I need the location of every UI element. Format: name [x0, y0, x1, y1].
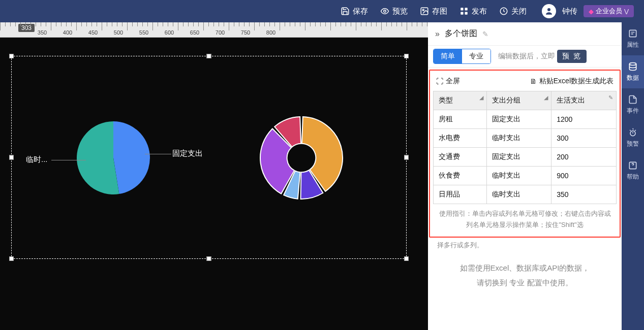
svg-rect-5 — [461, 12, 463, 15]
cell[interactable]: 300 — [551, 129, 617, 148]
table-row[interactable]: 日用品临时支出350 — [434, 185, 617, 204]
svg-point-10 — [629, 63, 636, 65]
top-bar: 保存 预览 存图 发布 关闭 钟传 ◆ 企业会员 ⋁ — [0, 0, 644, 22]
save-image-label: 存图 — [432, 7, 447, 16]
pie-slice — [77, 121, 119, 194]
pro-hint: 如需使用Excel、数据库或API的数据， 请切换到 专业 配置中使用。 — [428, 253, 622, 298]
leader-line-right — [145, 154, 171, 154]
svg-rect-3 — [461, 8, 463, 10]
cell[interactable]: 200 — [551, 148, 617, 167]
table-row[interactable]: 水电费临时支出300 — [434, 129, 617, 148]
member-label: 企业会员 — [596, 7, 622, 16]
publish-button[interactable]: 发布 — [453, 7, 493, 16]
user-menu[interactable]: 钟传 ◆ 企业会员 ⋁ — [533, 4, 640, 18]
username-label: 钟传 — [562, 7, 577, 16]
resize-handle-tm[interactable] — [207, 54, 211, 58]
save-image-button[interactable]: 存图 — [414, 7, 453, 16]
edit-title-icon[interactable]: ✎ — [482, 30, 488, 38]
svg-point-8 — [547, 8, 550, 11]
collapse-icon[interactable]: » — [435, 29, 440, 39]
resize-handle-br[interactable] — [404, 256, 409, 261]
preview-button[interactable]: 预览 — [374, 7, 414, 16]
data-editor-region: ⛶ 全屏 🗎 粘贴Excel数据生成此表 类型◢支出分组◢生活支出✎ 房租固定支… — [429, 70, 621, 238]
svg-point-2 — [422, 9, 424, 11]
rail-data[interactable]: 数据 — [622, 55, 644, 88]
pie-chart-groups — [73, 117, 154, 199]
rail-properties[interactable]: 属性 — [622, 22, 644, 55]
tab-simple[interactable]: 简单 — [434, 49, 462, 63]
close-label: 关闭 — [511, 7, 527, 16]
diamond-icon: ◆ — [589, 8, 594, 15]
publish-label: 发布 — [472, 7, 487, 16]
right-rail: 属性 数据 事件 预警 帮助 — [622, 22, 644, 330]
chart-label-left: 临时... — [26, 155, 48, 164]
table-row[interactable]: 房租固定支出1200 — [434, 110, 617, 129]
tab-professional[interactable]: 专业 — [462, 49, 490, 63]
pie-slice — [113, 121, 150, 194]
leader-line-left — [51, 160, 86, 160]
canvas-area[interactable]: 临时... 固定支出 — [0, 38, 428, 330]
panel-preview-button[interactable]: 预 览 — [557, 50, 587, 63]
avatar-icon — [542, 4, 556, 18]
svg-rect-6 — [465, 12, 468, 15]
cell[interactable]: 临时支出 — [486, 167, 551, 185]
mode-tabs: 简单 专业 编辑数据后，立即 预 览 — [428, 46, 622, 68]
fullscreen-button[interactable]: ⛶ 全屏 — [436, 77, 460, 86]
member-badge[interactable]: ◆ 企业会员 ⋁ — [584, 5, 634, 17]
resize-handle-bl[interactable] — [9, 256, 14, 261]
cell[interactable]: 350 — [551, 185, 617, 204]
selection-bounds[interactable]: 临时... 固定支出 — [11, 56, 407, 259]
col-header-0[interactable]: 类型◢ — [434, 91, 487, 110]
svg-rect-4 — [465, 8, 468, 10]
panel-titlebar: » 多个饼图 ✎ — [428, 22, 622, 46]
rail-help[interactable]: 帮助 — [622, 154, 644, 187]
data-table[interactable]: 类型◢支出分组◢生活支出✎ 房租固定支出1200水电费临时支出300交通费固定支… — [433, 91, 617, 204]
preview-label: 预览 — [392, 7, 408, 16]
cell[interactable]: 伙食费 — [434, 167, 487, 185]
pie-chart-detail — [256, 112, 347, 204]
header-menu-icon[interactable]: ✎ — [608, 94, 613, 101]
resize-handle-bm[interactable] — [207, 256, 211, 261]
panel-title: 多个饼图 — [445, 28, 477, 39]
table-row[interactable]: 交通费固定支出200 — [434, 148, 617, 167]
cell[interactable]: 临时支出 — [486, 129, 551, 148]
cell[interactable]: 固定支出 — [486, 148, 551, 167]
cell[interactable]: 900 — [551, 167, 617, 185]
svg-point-0 — [384, 10, 386, 13]
close-button[interactable]: 关闭 — [493, 7, 533, 16]
resize-handle-mr[interactable] — [404, 155, 409, 160]
header-menu-icon[interactable]: ◢ — [479, 94, 483, 101]
col-header-1[interactable]: 支出分组◢ — [486, 91, 551, 110]
cell[interactable]: 交通费 — [434, 148, 487, 167]
header-menu-icon[interactable]: ◢ — [544, 94, 548, 101]
chevron-down-icon: ⋁ — [624, 8, 629, 15]
col-header-2[interactable]: 生活支出✎ — [551, 91, 617, 110]
cell[interactable]: 临时支出 — [486, 185, 551, 204]
cell[interactable]: 固定支出 — [486, 110, 551, 129]
save-label: 保存 — [353, 7, 368, 16]
cell[interactable]: 日用品 — [434, 185, 487, 204]
resize-handle-ml[interactable] — [9, 155, 14, 160]
rail-events[interactable]: 事件 — [622, 88, 644, 121]
chart-label-right: 固定支出 — [172, 149, 203, 158]
table-row[interactable]: 伙食费临时支出900 — [434, 167, 617, 185]
cell[interactable]: 1200 — [551, 110, 617, 129]
cell[interactable]: 房租 — [434, 110, 487, 129]
rail-alert[interactable]: 预警 — [622, 121, 644, 154]
usage-hint-2: 择多行或多列。 — [428, 238, 622, 253]
save-button[interactable]: 保存 — [334, 7, 374, 16]
cell[interactable]: 水电费 — [434, 129, 487, 148]
paste-excel-button[interactable]: 🗎 粘贴Excel数据生成此表 — [530, 77, 614, 86]
properties-panel: » 多个饼图 ✎ 简单 专业 编辑数据后，立即 预 览 ⛶ 全屏 🗎 粘贴Exc… — [428, 22, 622, 330]
resize-handle-tr[interactable] — [404, 54, 409, 58]
usage-hint-1: 使用指引：单击内容或列名单元格可修改；右键点击内容或列名单元格显示操作菜单；按住… — [433, 204, 617, 232]
edit-hint: 编辑数据后，立即 — [498, 52, 555, 61]
resize-handle-tl[interactable] — [9, 54, 14, 58]
